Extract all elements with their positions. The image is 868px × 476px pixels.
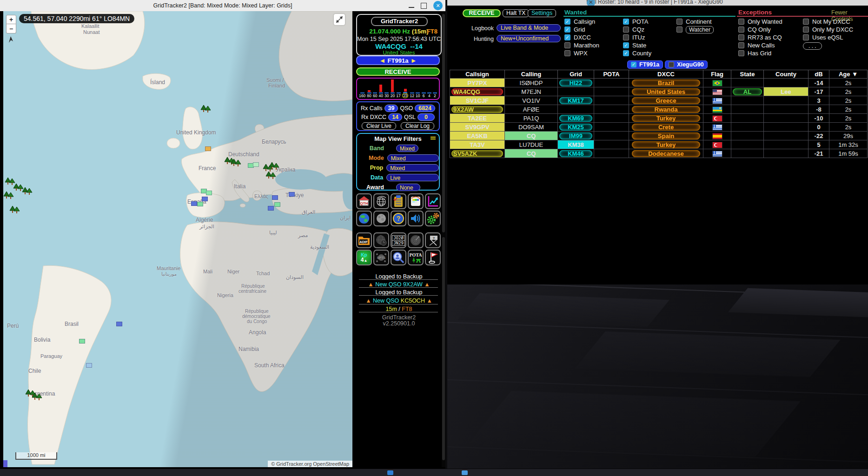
qth-home-icon[interactable]: QTH: [356, 193, 372, 209]
rig-prev-icon[interactable]: ◀: [380, 58, 384, 64]
column-header-callsign[interactable]: Callsign: [450, 70, 505, 79]
grid-square-marker[interactable]: [205, 146, 211, 151]
checkbox-new-calls[interactable]: [738, 42, 744, 48]
column-header-age[interactable]: Age ▼: [829, 70, 868, 79]
checkbox-uses-eqsl[interactable]: [803, 34, 809, 40]
grid-square-marker[interactable]: [202, 197, 208, 201]
callsign-lookup-icon[interactable]: [391, 250, 406, 265]
close-icon[interactable]: ✕: [433, 1, 443, 10]
tree-marker[interactable]: [231, 158, 242, 168]
rig-selector-button[interactable]: ◀ FT991a ▶: [356, 56, 440, 65]
taskbar-app-icon[interactable]: [387, 470, 393, 475]
grid-square-marker[interactable]: [268, 206, 274, 211]
tree-marker[interactable]: [265, 171, 277, 181]
roster-row-sv5azk[interactable]: SV5AZKCQKM46Dodecanese-211m 59s: [450, 149, 868, 158]
map-attribution[interactable]: © GridTracker.org OpenStreetMap: [268, 461, 352, 467]
grid-square-marker[interactable]: [272, 195, 278, 200]
tree-marker[interactable]: [200, 104, 212, 114]
grid-square-marker[interactable]: [253, 162, 259, 167]
hunting-select[interactable]: New+Unconfirmed: [497, 35, 561, 42]
flag-checkin-icon[interactable]: [425, 250, 441, 265]
pota-icon[interactable]: POTA: [408, 250, 424, 265]
settings-button[interactable]: Settings: [528, 9, 556, 17]
grid-square-marker[interactable]: [86, 363, 92, 368]
checkbox-callsign[interactable]: ✓: [564, 19, 570, 25]
checkbox-wpx[interactable]: [564, 50, 570, 56]
roster-row-9x2aw[interactable]: 9X2AWAFØERwanda-82s: [450, 105, 868, 114]
rig-toggle-ft991a[interactable]: ✓FT991a: [627, 60, 663, 69]
world-clock-icon[interactable]: [373, 232, 389, 248]
logbook-select[interactable]: Live Band & Mode: [497, 24, 561, 32]
checkbox-cqz[interactable]: [623, 26, 629, 33]
roster-row-ta2ee[interactable]: TA2EEPA1QKM69Turkey-102s: [450, 114, 868, 123]
checkbox-not-my-dxcc[interactable]: [803, 19, 809, 25]
checkbox-xiegug90[interactable]: [669, 62, 674, 67]
band-activity-histogram[interactable]: 160806040302017151210642: [356, 78, 440, 100]
roster-row-py7px[interactable]: PY7PXISØHDPHI22Brazil-142s: [450, 79, 868, 87]
collapse-icon[interactable]: [431, 137, 436, 140]
checkbox-county[interactable]: ✓: [623, 50, 629, 56]
checkbox-rr73-as-cq[interactable]: [738, 34, 744, 40]
taskbar-app-icon[interactable]: [462, 470, 468, 475]
checkbox-has-grid[interactable]: [738, 50, 744, 56]
clear-live-button[interactable]: Clear Live: [362, 122, 396, 130]
tree-marker[interactable]: [9, 205, 20, 215]
radar-target-icon[interactable]: [408, 232, 424, 248]
rig-next-icon[interactable]: ▶: [411, 58, 415, 64]
award-filter-select[interactable]: None: [396, 184, 420, 191]
clear-log-button[interactable]: Clear Log: [401, 122, 434, 130]
column-header-pota[interactable]: POTA: [594, 70, 629, 79]
call-roster-titlebar[interactable]: Call Roster: 10 heard - 9 in roster | FT…: [447, 0, 868, 6]
band-filter-select[interactable]: Mixed: [396, 145, 418, 152]
rig-toggle-xiegug90[interactable]: XieguG90: [665, 60, 708, 69]
signpost-help-icon[interactable]: ?: [425, 232, 441, 248]
pointer-tool-icon[interactable]: [7, 35, 15, 44]
grid-square-marker[interactable]: [289, 192, 295, 197]
roster-row-wa4cqg[interactable]: WA4CQGM7EJNUnited StatesALLee-172s: [450, 87, 868, 96]
checkbox-state[interactable]: ✓: [623, 42, 629, 48]
roster-receive-button[interactable]: RECEIVE: [463, 9, 501, 17]
prop-filter-select[interactable]: Mixed: [386, 164, 439, 172]
grid-square-marker[interactable]: [116, 322, 122, 326]
close-icon[interactable]: ✕: [587, 0, 595, 6]
halt-tx-button[interactable]: Halt TX: [503, 9, 529, 17]
zoom-in-button[interactable]: +: [6, 15, 16, 24]
help-icon[interactable]: ?: [391, 211, 406, 226]
moon-icon[interactable]: [373, 211, 389, 226]
roster-row-sv1cjf[interactable]: SV1CJFVO1IVKM17Greece32s: [450, 96, 868, 105]
tree-marker[interactable]: [32, 392, 43, 402]
spots-icon[interactable]: SPTS: [373, 250, 389, 265]
checkbox-ft991a[interactable]: ✓: [631, 62, 636, 67]
receive-button[interactable]: RECEIVE: [356, 67, 440, 76]
checkbox-only-wanted[interactable]: [738, 19, 744, 25]
checkbox-ituz[interactable]: [623, 34, 629, 40]
log-clipboard-icon[interactable]: [391, 193, 406, 209]
roster-row-ta3v[interactable]: TA3VLU7DUEKM38Turkey51m 32s: [450, 140, 868, 149]
mode-filter-select[interactable]: Mixed: [387, 154, 439, 162]
checkbox-grid[interactable]: ✓: [564, 26, 570, 33]
audio-icon[interactable]: [408, 211, 424, 226]
grid-square-marker[interactable]: [274, 202, 280, 207]
checkbox-marathon[interactable]: [564, 42, 570, 48]
settings-gears-icon[interactable]: [425, 211, 441, 226]
grid-map-icon[interactable]: [408, 193, 424, 209]
zoom-out-button[interactable]: −: [6, 24, 16, 33]
checkbox-label-watcher[interactable]: Watcher: [686, 26, 714, 33]
checkbox-pota[interactable]: ✓: [623, 19, 629, 25]
checkbox-cq-only[interactable]: [738, 26, 744, 33]
checkbox-continent[interactable]: [676, 19, 682, 25]
kp-index-icon[interactable]: Kp 4▲: [356, 250, 372, 265]
earth-globe-icon[interactable]: [356, 211, 372, 226]
grid-square-marker[interactable]: [206, 191, 212, 195]
maximize-icon[interactable]: [421, 3, 427, 9]
more-options-button[interactable]: . . .: [803, 42, 822, 50]
stats-chart-icon[interactable]: [425, 193, 441, 209]
grid-square-marker[interactable]: [197, 202, 203, 206]
grid-square-marker[interactable]: [191, 201, 197, 206]
column-header-grid[interactable]: Grid: [558, 70, 594, 79]
checkbox-only-my-dxcc[interactable]: [803, 26, 809, 33]
roster-row-ea5kb[interactable]: EA5KBCQIM99Spain-2229s: [450, 132, 868, 140]
map-view[interactable]: KalaallitNunaatÍslandSuomi /FinlandUnite…: [3, 11, 352, 467]
grid-square-marker[interactable]: [79, 339, 85, 344]
minimize-icon[interactable]: [409, 7, 414, 8]
